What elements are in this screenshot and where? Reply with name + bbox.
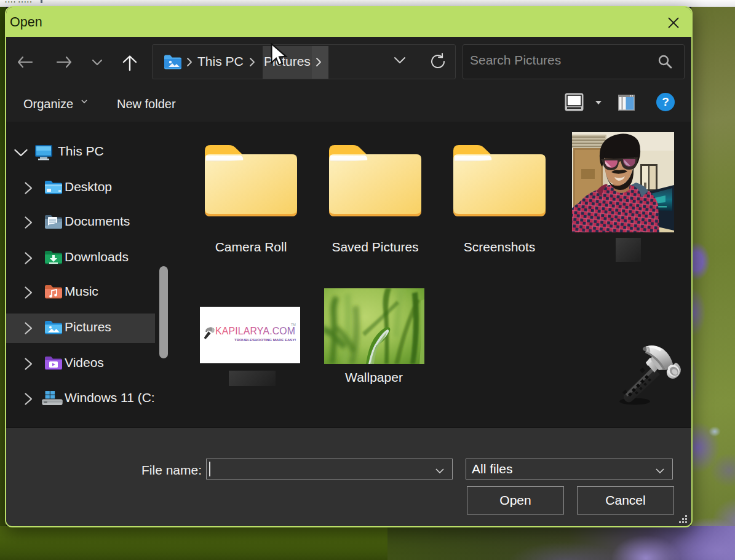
svg-text:KAPILARYA.COM: KAPILARYA.COM <box>215 326 295 336</box>
svg-text:TM: TM <box>291 323 296 326</box>
svg-text:TROUBLESHOOTING MADE EASY!: TROUBLESHOOTING MADE EASY! <box>234 338 296 342</box>
